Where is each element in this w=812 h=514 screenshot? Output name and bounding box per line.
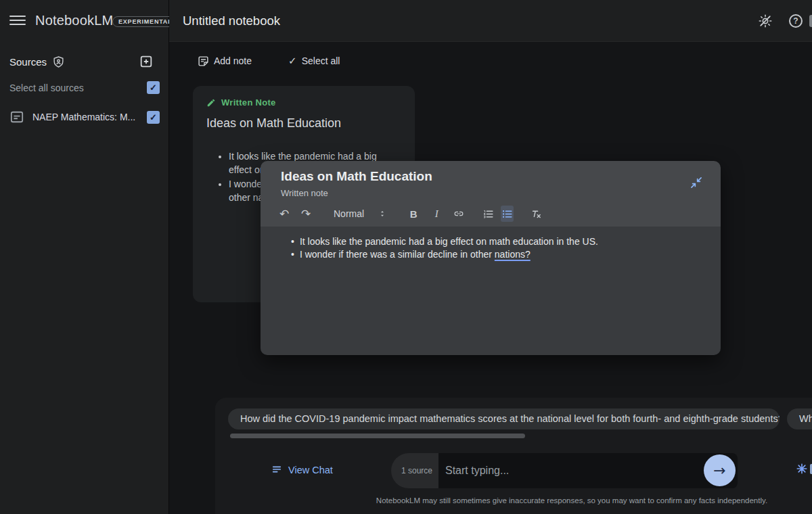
experimental-badge: EXPERIMENTAL	[112, 16, 178, 27]
pencil-icon	[206, 98, 216, 108]
collapse-icon[interactable]	[690, 176, 703, 189]
dark-mode-toggle-icon[interactable]	[758, 14, 773, 28]
note-type-row: Written Note	[206, 97, 401, 108]
bullet-list-button[interactable]	[501, 206, 514, 222]
sources-header: Sources	[9, 55, 65, 68]
unfold-icon[interactable]	[376, 206, 388, 222]
editor-bullet-text: It looks like the pandemic had a big eff…	[300, 236, 598, 247]
send-button[interactable]: →	[704, 454, 736, 486]
source-count-badge: 1 source	[391, 453, 438, 488]
note-card-title: Ideas on Math Education	[206, 116, 401, 131]
source-document-icon	[9, 110, 24, 124]
add-source-button[interactable]	[139, 54, 154, 69]
sources-label: Sources	[9, 56, 47, 68]
view-chat-label: View Chat	[288, 465, 333, 475]
chat-input[interactable]	[445, 453, 669, 488]
editor-subtitle: Written note	[281, 188, 328, 198]
disclaimer-text: NotebookLM may still sometimes give inac…	[332, 496, 812, 505]
undo-button[interactable]: ↶	[278, 206, 290, 222]
app-logo: NotebookLM	[35, 13, 113, 28]
clipped-header-element	[809, 15, 812, 27]
editor-title: Ideas on Math Education	[281, 169, 432, 184]
note-type-label: Written Note	[221, 97, 276, 108]
notebook-title[interactable]: Untitled notebook	[183, 14, 280, 28]
source-name: NAEP Mathematics: M...	[32, 112, 135, 122]
check-icon: ✓	[288, 55, 297, 67]
source-checkbox[interactable]: ✓	[147, 111, 160, 124]
link-button[interactable]	[452, 206, 466, 222]
chat-icon	[271, 465, 282, 475]
chat-input-area: →	[438, 453, 738, 488]
paragraph-style-dropdown[interactable]: Normal	[334, 206, 364, 222]
sources-sidebar: NotebookLM EXPERIMENTAL Sources Select a…	[0, 0, 169, 514]
ordered-list-button[interactable]	[482, 206, 494, 222]
select-all-sources-checkbox[interactable]: ✓	[147, 81, 160, 94]
chips-scrollbar[interactable]	[230, 434, 525, 438]
top-header: Untitled notebook ?	[169, 0, 812, 42]
note-editor-modal: Ideas on Math Education Written note ↶ ↷…	[261, 161, 721, 355]
editor-bullet-text: I wonder if there was a similar decline …	[300, 249, 495, 260]
chat-panel: How did the COVID-19 pandemic impact mat…	[215, 398, 812, 514]
source-list-item[interactable]: NAEP Mathematics: M... ✓	[9, 110, 160, 124]
menu-icon[interactable]	[9, 16, 26, 26]
notebooklm-app: NotebookLM EXPERIMENTAL Sources Select a…	[0, 0, 812, 514]
view-chat-button[interactable]: View Chat	[271, 465, 333, 475]
editor-bullet: I wonder if there was a similar decline …	[291, 248, 704, 261]
editor-bullet: It looks like the pandemic had a big eff…	[291, 235, 704, 248]
note-icon	[198, 55, 209, 67]
notes-toolbar: Add note ✓ Select all	[198, 55, 340, 67]
suggested-question-chip[interactable]: Wha	[787, 408, 812, 429]
note-editor-header: Ideas on Math Education Written note ↶ ↷…	[261, 161, 721, 227]
select-all-notes-button[interactable]: ✓ Select all	[288, 55, 340, 67]
add-note-label: Add note	[214, 55, 252, 66]
bold-button[interactable]: B	[407, 206, 420, 222]
select-all-sources-row: Select all sources ✓	[9, 81, 160, 94]
suggested-question-chip[interactable]: How did the COVID-19 pandemic impact mat…	[228, 408, 780, 429]
select-all-notes-label: Select all	[302, 55, 340, 66]
sparkle-icon[interactable]	[796, 463, 808, 475]
spellcheck-underlined-word[interactable]: nations?	[495, 249, 531, 260]
clear-formatting-button[interactable]	[530, 206, 542, 222]
help-icon[interactable]: ?	[789, 14, 803, 28]
editor-bullets: It looks like the pandemic had a big eff…	[291, 235, 704, 261]
note-editor-body[interactable]: It looks like the pandemic had a big eff…	[261, 227, 721, 355]
italic-button[interactable]: I	[430, 206, 443, 222]
add-note-button[interactable]: Add note	[198, 55, 252, 67]
select-all-sources-label: Select all sources	[9, 83, 84, 93]
editor-toolbar: ↶ ↷ Normal B I	[278, 204, 542, 223]
redo-button[interactable]: ↷	[300, 206, 312, 222]
shield-icon	[52, 55, 65, 68]
